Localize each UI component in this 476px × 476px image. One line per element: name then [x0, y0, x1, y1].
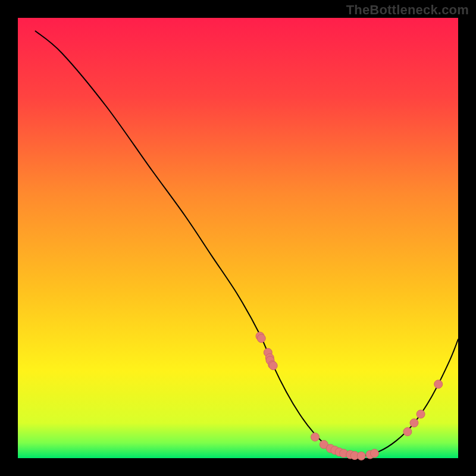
data-point [434, 380, 443, 389]
data-point [403, 428, 412, 436]
data-point [416, 410, 425, 418]
chart-stage: TheBottleneck.com [0, 0, 476, 476]
data-point [357, 452, 365, 460]
data-point [410, 419, 418, 427]
chart-svg [0, 0, 476, 476]
data-point [311, 433, 320, 441]
data-point [269, 362, 277, 370]
data-point [370, 449, 378, 458]
data-point [257, 334, 265, 343]
plot-background [18, 18, 458, 458]
watermark-text: TheBottleneck.com [346, 2, 469, 18]
